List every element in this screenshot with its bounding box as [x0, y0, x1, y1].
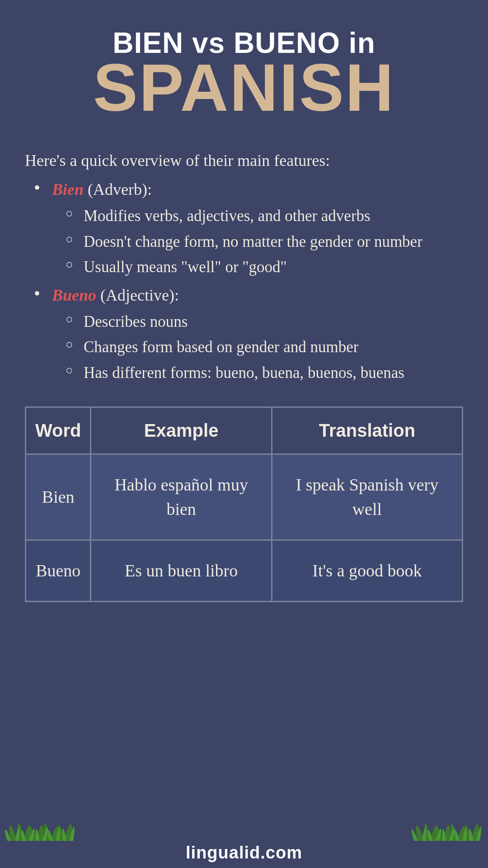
title-spanish: SPANISH [25, 54, 463, 121]
bien-label: Bien [52, 180, 84, 198]
bueno-sub-3: Has different forms: bueno, buena, bueno… [66, 361, 463, 385]
bueno-type: (Adjective): [100, 286, 179, 304]
bueno-sub-1: Describes nouns [66, 310, 463, 334]
bien-word-cell: Bien [26, 454, 91, 540]
bien-translation-cell: I speak Spanish very well [272, 454, 462, 540]
bueno-example-cell: Es un buen libro [91, 540, 272, 601]
comparison-table: Word Example Translation Bien Hablo espa… [25, 406, 463, 602]
bueno-word-cell: Bueno [26, 540, 91, 601]
table-header-row: Word Example Translation [26, 407, 463, 454]
bien-type: (Adverb): [88, 180, 152, 198]
bien-sub-list: Modifies verbs, adjectives, and other ad… [52, 204, 463, 279]
bien-example-cell: Hablo español muy bien [91, 454, 272, 540]
col-word: Word [26, 407, 91, 454]
table-section: Word Example Translation Bien Hablo espa… [25, 406, 463, 835]
bueno-sub-2: Changes form based on gender and number [66, 335, 463, 359]
header-section: BIEN vs BUENO in SPANISH [25, 27, 463, 121]
bueno-sub-list: Describes nouns Changes form based on ge… [52, 310, 463, 385]
table-row-bien: Bien Hablo español muy bien I speak Span… [26, 454, 463, 540]
overview-section: Here's a quick overview of their main fe… [25, 148, 463, 388]
bullet-item-bueno: Bueno (Adjective): Describes nouns Chang… [34, 283, 463, 385]
overview-intro: Here's a quick overview of their main fe… [25, 148, 463, 173]
bullet-item-bien: Bien (Adverb): Modifies verbs, adjective… [34, 177, 463, 279]
bien-sub-2: Doesn't change form, no matter the gende… [66, 230, 463, 254]
bullet-list: Bien (Adverb): Modifies verbs, adjective… [25, 177, 463, 385]
bien-sub-3: Usually means "well" or "good" [66, 255, 463, 279]
col-translation: Translation [272, 407, 462, 454]
footer: lingualid.com [25, 835, 463, 868]
bueno-label: Bueno [52, 286, 96, 304]
bien-sub-1: Modifies verbs, adjectives, and other ad… [66, 204, 463, 228]
table-row-bueno: Bueno Es un buen libro It's a good book [26, 540, 463, 601]
footer-url: lingualid.com [186, 843, 302, 862]
bueno-translation-cell: It's a good book [272, 540, 462, 601]
col-example: Example [91, 407, 272, 454]
